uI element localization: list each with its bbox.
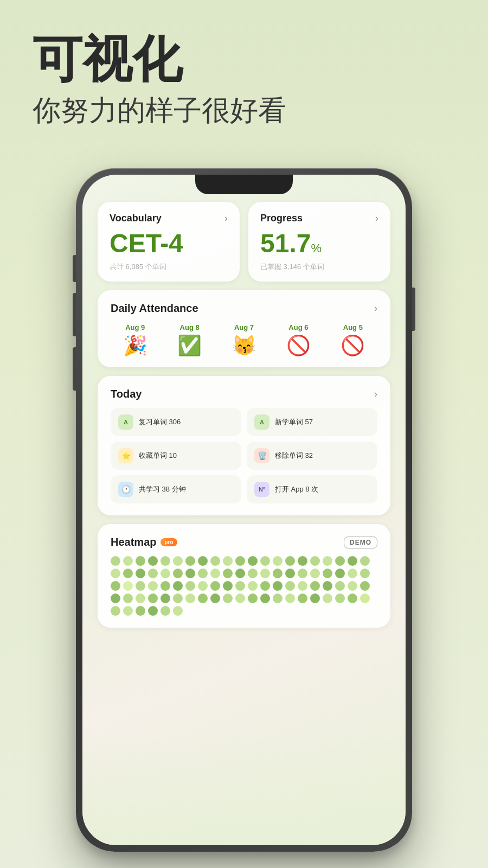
top-cards-row: Vocabulary › CET-4 共计 6,085 个单词 Progress… bbox=[98, 202, 390, 282]
heatmap-dot bbox=[173, 593, 183, 603]
heatmap-dot bbox=[185, 581, 195, 591]
star-text: 收藏单词 10 bbox=[139, 451, 177, 461]
app-content: Vocabulary › CET-4 共计 6,085 个单词 Progress… bbox=[82, 175, 406, 845]
day-item-0: Aug 9 🎉 bbox=[111, 323, 159, 355]
progress-unit: % bbox=[311, 241, 322, 255]
heatmap-dot bbox=[273, 581, 282, 591]
vocabulary-value: CET-4 bbox=[110, 231, 228, 257]
day-icon-1: ✅ bbox=[177, 336, 202, 355]
heatmap-dot bbox=[210, 556, 220, 566]
phone-frame: Vocabulary › CET-4 共计 6,085 个单词 Progress… bbox=[76, 168, 412, 852]
opens-text: 打开 App 8 次 bbox=[275, 484, 318, 494]
day-item-2: Aug 7 😽 bbox=[220, 323, 268, 355]
heatmap-dot bbox=[285, 556, 295, 566]
heatmap-dot bbox=[323, 556, 332, 566]
heatmap-dot bbox=[160, 606, 170, 616]
heatmap-dot bbox=[198, 593, 208, 603]
attendance-arrow: › bbox=[374, 303, 377, 314]
progress-sub: 已掌握 3,146 个单词 bbox=[260, 262, 378, 272]
heatmap-dot bbox=[248, 556, 258, 566]
heatmap-dot bbox=[136, 606, 145, 616]
heatmap-dot bbox=[310, 581, 320, 591]
progress-value: 51.7% bbox=[260, 231, 378, 257]
attendance-header: Daily Attendance › bbox=[111, 302, 377, 315]
vocabulary-card[interactable]: Vocabulary › CET-4 共计 6,085 个单词 bbox=[98, 202, 240, 282]
star-icon: ⭐ bbox=[118, 448, 133, 463]
attendance-days: Aug 9 🎉 Aug 8 ✅ Aug 7 😽 bbox=[111, 323, 377, 355]
volume-down-button bbox=[73, 347, 76, 391]
heatmap-dot bbox=[348, 581, 357, 591]
new-icon: A bbox=[254, 414, 269, 430]
heatmap-dot bbox=[248, 593, 258, 603]
today-item-time: 🕐 共学习 38 分钟 bbox=[111, 475, 241, 503]
today-card[interactable]: Today › A 复习单词 306 bbox=[98, 376, 390, 515]
heatmap-dot bbox=[136, 569, 145, 578]
heatmap-dot bbox=[260, 556, 270, 566]
heatmap-card[interactable]: Heatmap pro DEMO bbox=[98, 524, 390, 628]
pro-badge: pro bbox=[160, 538, 177, 546]
heatmap-title: Heatmap bbox=[111, 536, 156, 548]
heatmap-dot bbox=[111, 556, 120, 566]
day-label-0: Aug 9 bbox=[125, 323, 145, 331]
day-item-4: Aug 5 🚫 bbox=[329, 323, 377, 355]
heatmap-dot bbox=[310, 593, 320, 603]
power-button bbox=[412, 288, 415, 331]
heatmap-dot bbox=[248, 569, 258, 578]
heatmap-dot bbox=[160, 581, 170, 591]
heatmap-dot bbox=[335, 556, 345, 566]
heatmap-dot bbox=[273, 593, 282, 603]
heatmap-dot bbox=[123, 581, 133, 591]
heatmap-dot bbox=[223, 556, 233, 566]
heatmap-dot bbox=[285, 593, 295, 603]
progress-card[interactable]: Progress › 51.7% 已掌握 3,146 个单词 bbox=[248, 202, 390, 282]
phone-mockup: Vocabulary › CET-4 共计 6,085 个单词 Progress… bbox=[76, 168, 412, 852]
heatmap-dot bbox=[285, 569, 295, 578]
heatmap-dot bbox=[360, 593, 370, 603]
heatmap-dot bbox=[285, 581, 295, 591]
day-icon-0: 🎉 bbox=[123, 336, 147, 355]
heatmap-dot bbox=[123, 606, 133, 616]
today-item-star: ⭐ 收藏单词 10 bbox=[111, 442, 241, 470]
heatmap-dot bbox=[223, 569, 233, 578]
progress-arrow: › bbox=[375, 213, 378, 224]
no-icon: Nº bbox=[254, 482, 269, 497]
heatmap-dot bbox=[323, 569, 332, 578]
heatmap-dot bbox=[148, 581, 158, 591]
time-text: 共学习 38 分钟 bbox=[139, 484, 186, 494]
heatmap-dot bbox=[148, 556, 158, 566]
heatmap-dot bbox=[223, 581, 233, 591]
heatmap-dot bbox=[298, 556, 307, 566]
heatmap-dot bbox=[298, 593, 307, 603]
heatmap-dot bbox=[348, 556, 357, 566]
heatmap-dot bbox=[148, 606, 158, 616]
heatmap-dot bbox=[136, 556, 145, 566]
attendance-card[interactable]: Daily Attendance › Aug 9 🎉 Aug 8 ✅ bbox=[98, 290, 390, 367]
heatmap-dot bbox=[136, 581, 145, 591]
today-header: Today › bbox=[111, 388, 377, 400]
heatmap-dot bbox=[173, 606, 183, 616]
heatmap-dot bbox=[123, 593, 133, 603]
trash-icon: 🗑️ bbox=[254, 448, 269, 463]
header-title: 可视化 bbox=[33, 33, 455, 87]
heatmap-dot bbox=[185, 593, 195, 603]
today-grid: A 复习单词 306 A 新学单词 57 bbox=[111, 408, 377, 503]
heatmap-dot bbox=[111, 606, 120, 616]
vocabulary-arrow: › bbox=[224, 213, 228, 224]
heatmap-dot bbox=[173, 581, 183, 591]
heatmap-dot bbox=[111, 569, 120, 578]
day-item-3: Aug 6 🚫 bbox=[274, 323, 323, 355]
heatmap-dot bbox=[210, 569, 220, 578]
day-label-1: Aug 8 bbox=[180, 323, 200, 331]
volume-up-button bbox=[73, 293, 76, 336]
heatmap-dot bbox=[185, 556, 195, 566]
heatmap-dot bbox=[335, 569, 345, 578]
heatmap-dot bbox=[148, 569, 158, 578]
heatmap-dot bbox=[323, 581, 332, 591]
new-text: 新学单词 57 bbox=[275, 417, 313, 427]
heatmap-dot bbox=[348, 569, 357, 578]
phone-notch bbox=[195, 175, 293, 194]
heatmap-dot bbox=[123, 556, 133, 566]
progress-number: 51.7 bbox=[260, 229, 311, 258]
remove-text: 移除单词 32 bbox=[275, 451, 313, 461]
heatmap-dot bbox=[360, 569, 370, 578]
